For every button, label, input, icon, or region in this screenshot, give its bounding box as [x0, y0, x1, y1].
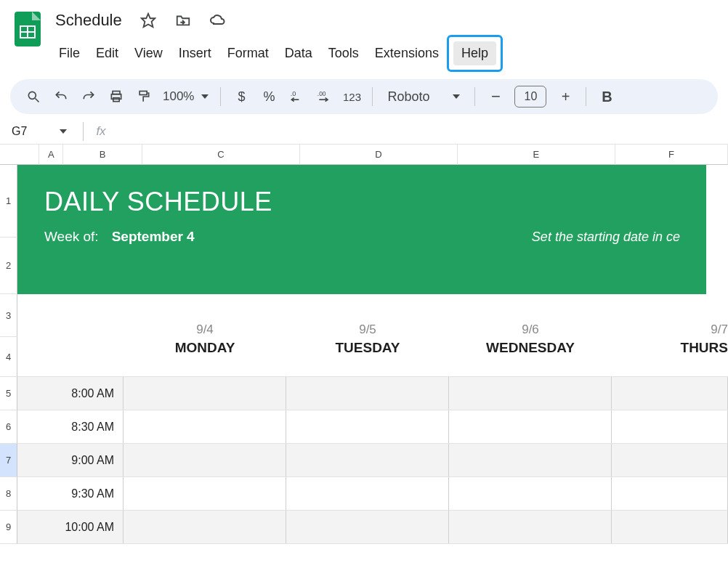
cell[interactable] — [286, 410, 449, 443]
cell[interactable] — [286, 377, 449, 410]
cell[interactable] — [612, 410, 728, 443]
separator — [474, 87, 475, 106]
cloud-status-icon[interactable] — [205, 7, 231, 33]
row-head-1[interactable]: 1 — [0, 165, 17, 238]
menu-edit[interactable]: Edit — [88, 41, 126, 65]
cell[interactable]: WEDNESDAY — [449, 337, 612, 376]
decrease-decimal-button[interactable]: .0 — [283, 84, 310, 110]
cell[interactable]: 9/5 — [286, 294, 449, 337]
cell[interactable] — [449, 444, 612, 476]
sheets-logo[interactable] — [13, 10, 42, 48]
time-2[interactable]: 9:00 AM — [42, 444, 124, 476]
cell[interactable] — [17, 477, 42, 510]
menu-data[interactable]: Data — [277, 41, 320, 65]
cell[interactable] — [124, 511, 286, 543]
row-head-6[interactable]: 6 — [0, 410, 17, 444]
date-1: 9/5 — [359, 322, 376, 337]
cell[interactable] — [42, 294, 124, 337]
cell[interactable]: TUESDAY — [286, 337, 449, 376]
name-box[interactable]: G7 — [4, 125, 74, 138]
col-head-B[interactable]: B — [63, 145, 142, 165]
grid-body: 1 2 3 4 5 6 7 8 9 DAILY SCHEDULE Week of… — [0, 165, 728, 544]
col-head-D[interactable]: D — [300, 145, 458, 165]
star-icon[interactable] — [135, 7, 161, 33]
menu-format[interactable]: Format — [219, 41, 277, 65]
cell[interactable] — [449, 377, 612, 410]
cell[interactable] — [124, 377, 286, 410]
cell[interactable] — [124, 444, 286, 476]
col-head-F[interactable]: F — [615, 145, 728, 165]
cell[interactable] — [286, 511, 449, 543]
row-head-7[interactable]: 7 — [0, 444, 17, 477]
bold-button[interactable]: B — [594, 84, 620, 110]
cell[interactable] — [17, 511, 42, 543]
time-3[interactable]: 9:30 AM — [42, 477, 124, 510]
cell[interactable] — [17, 377, 42, 410]
cell[interactable] — [612, 511, 728, 543]
doc-title[interactable]: Schedule — [51, 9, 126, 31]
undo-icon[interactable] — [48, 84, 74, 110]
menu-view[interactable]: View — [126, 41, 171, 65]
cell[interactable] — [286, 444, 449, 476]
svg-point-5 — [28, 92, 36, 99]
cell[interactable] — [17, 337, 42, 376]
number-format-button[interactable]: 123 — [339, 84, 365, 110]
time-1[interactable]: 8:30 AM — [42, 410, 124, 443]
cell[interactable]: THURS — [612, 337, 728, 376]
row-head-4[interactable]: 4 — [0, 337, 17, 377]
menu-file[interactable]: File — [51, 41, 88, 65]
cell[interactable] — [612, 444, 728, 476]
cell[interactable] — [42, 337, 124, 376]
percent-button[interactable]: % — [256, 84, 282, 110]
cell[interactable] — [449, 410, 612, 443]
paint-format-icon[interactable] — [131, 84, 157, 110]
col-head-C[interactable]: C — [142, 145, 300, 165]
banner-title: DAILY SCHEDULE — [44, 187, 680, 217]
cell[interactable]: 9/4 — [124, 294, 286, 337]
menu-help[interactable]: Help — [453, 41, 496, 65]
banner: DAILY SCHEDULE Week of: September 4 Set … — [17, 165, 706, 294]
menu-insert[interactable]: Insert — [171, 41, 219, 65]
menu-extensions[interactable]: Extensions — [367, 41, 447, 65]
cell[interactable] — [612, 377, 728, 410]
cell[interactable] — [612, 477, 728, 510]
cell[interactable]: 9/6 — [449, 294, 612, 337]
currency-button[interactable]: $ — [228, 84, 254, 110]
cell[interactable] — [449, 477, 612, 510]
row-head-9[interactable]: 9 — [0, 511, 17, 544]
cell[interactable] — [449, 511, 612, 543]
cell[interactable]: 9/7 — [612, 294, 728, 337]
cell[interactable] — [17, 444, 42, 476]
increase-decimal-button[interactable]: .00 — [311, 84, 337, 110]
separator — [220, 87, 221, 106]
font-size-input[interactable]: 10 — [514, 86, 546, 107]
redo-icon[interactable] — [76, 84, 102, 110]
cells-area[interactable]: DAILY SCHEDULE Week of: September 4 Set … — [17, 165, 728, 544]
menu-tools[interactable]: Tools — [320, 41, 367, 65]
move-folder-icon[interactable] — [170, 7, 196, 33]
cell[interactable] — [124, 410, 286, 443]
col-head-E[interactable]: E — [458, 145, 615, 165]
cell[interactable] — [17, 410, 42, 443]
time-0[interactable]: 8:00 AM — [42, 377, 124, 410]
formula-input[interactable] — [110, 118, 728, 144]
cell[interactable] — [286, 477, 449, 510]
time-row-7: 9:00 AM — [17, 444, 728, 477]
row-head-8[interactable]: 8 — [0, 477, 17, 511]
font-select[interactable]: Roboto — [380, 89, 467, 105]
cell[interactable] — [17, 294, 42, 337]
select-all-corner[interactable] — [0, 145, 39, 165]
row-head-2[interactable]: 2 — [0, 238, 17, 294]
cell[interactable]: MONDAY — [124, 337, 286, 376]
decrease-font-button[interactable]: − — [482, 84, 509, 110]
row-head-5[interactable]: 5 — [0, 377, 17, 410]
cell[interactable] — [124, 477, 286, 510]
row-head-3[interactable]: 3 — [0, 294, 17, 337]
title-area: Schedule File Edit View Insert Format Da… — [51, 6, 719, 72]
zoom-select[interactable]: 100% — [158, 89, 213, 104]
print-icon[interactable] — [103, 84, 129, 110]
col-head-A[interactable]: A — [39, 145, 63, 165]
time-4[interactable]: 10:00 AM — [42, 511, 124, 543]
search-icon[interactable] — [20, 84, 46, 110]
increase-font-button[interactable]: + — [552, 84, 578, 110]
